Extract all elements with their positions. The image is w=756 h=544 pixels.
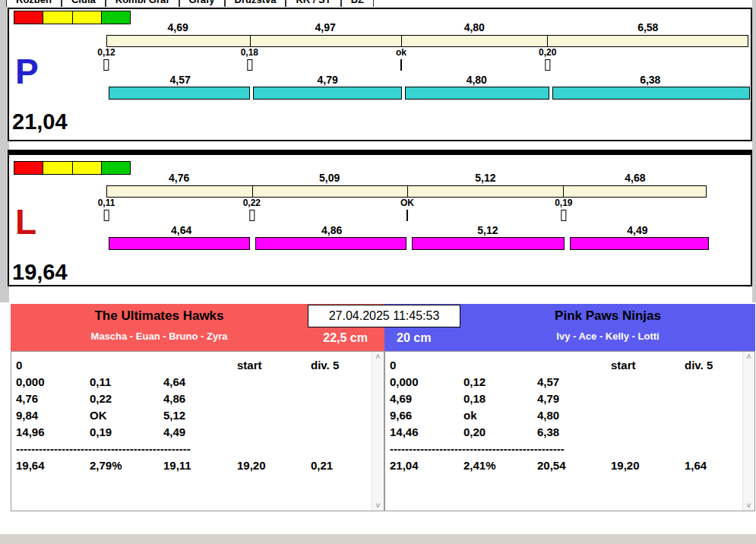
tab-kombi-graf[interactable]: Kombi Graf [106,0,179,7]
crossing-marker: 0,11 [98,198,115,221]
split-value: 5,12 [410,225,566,236]
split-value: 4,86 [254,225,410,236]
light-yellow-icon [43,162,72,174]
gross-split-bar [106,35,748,47]
vertical-scrollbar[interactable]: ˄ ˅ [742,352,754,511]
vertical-scrollbar[interactable]: ˄ ˅ [372,352,384,511]
team-left-name: The Ultimates Hawks [11,308,308,324]
table-cell: 4,64 [163,374,185,391]
bar-tick [547,36,548,46]
light-yellow2-icon [73,11,102,24]
table-cell: 4,49 [163,424,185,441]
light-red-icon [14,162,43,174]
total-time-cell: 21,04 [390,457,463,474]
net-split-labels: 4,57 4,79 4,80 6,38 [109,74,751,86]
tab-label: Druzstva [235,0,277,5]
crossing-markers: 0,12 0,18 ok 0,20 [106,48,748,75]
total-net-cell: 19,11 [163,457,237,474]
scroll-down-icon[interactable]: ˅ [375,501,380,510]
gross-split-labels: 4,76 5,09 5,12 4,68 [106,172,707,184]
table-cell: 0 [16,357,90,374]
split-value: 4,80 [401,22,548,33]
crossing-marker: OK [400,198,414,221]
total-ref-cell: 19,20 [611,457,685,474]
table-cell: 5,12 [163,407,185,424]
table-cell: 0,18 [463,391,537,407]
split-value: 4,76 [106,172,251,184]
lane-p-total-time: 21,04 [12,109,68,134]
tab-grafy[interactable]: Grafy [179,0,225,7]
net-segment [412,237,564,250]
split-value: 4,68 [564,172,707,184]
table-cell: 0,20 [463,424,537,441]
split-value: 5,12 [407,172,564,184]
team-right-jump-height: 20 cm [397,331,431,345]
team-left-jump-height: 22,5 cm [323,331,368,345]
crossing-box-icon [545,59,550,71]
crossing-line-icon [400,59,402,71]
split-value: 4,69 [106,22,249,33]
table-row: 0,000 0,11 4,64 [16,374,367,391]
scroll-up-icon[interactable]: ˄ [375,353,380,361]
tab-dz[interactable]: DZ [341,0,374,7]
crossing-line-icon [406,210,408,221]
crossing-value: 0,11 [98,198,115,208]
window-right-border [752,0,756,302]
split-value: 4,57 [109,74,251,86]
table-cell: 4,80 [537,407,559,424]
table-row: 0,000 0,12 4,57 [390,374,738,391]
tab-rozbeh[interactable]: Rozbeh [6,0,62,7]
total-time-cell: 19,64 [16,457,90,474]
tab-cidla[interactable]: Cidla [62,0,106,7]
tab-label: Kombi Graf [115,0,169,5]
table-row: 9,66 ok 4,80 [390,407,738,424]
net-segment [253,87,403,100]
crossing-box-icon [561,210,566,221]
lane-panel-l: 4,76 5,09 5,12 4,68 0,11 0,22 OK [8,153,752,286]
table-cell: 0,12 [463,374,537,391]
bar-tick [252,186,253,197]
split-value: 4,64 [109,225,254,236]
crossing-value: 0,12 [97,48,115,58]
scroll-down-icon[interactable]: ˅ [746,501,751,510]
crossing-value: 0,19 [555,198,572,208]
scroll-up-icon[interactable]: ˄ [746,353,751,361]
crossing-marker: 0,20 [539,48,556,71]
crossing-marker: 0,19 [555,198,572,221]
split-value: 4,80 [403,74,550,86]
table-cell [163,357,237,374]
table-cell: 4,86 [163,391,185,407]
table-cell: 9,66 [390,407,463,424]
table-cell: 0,000 [390,374,463,391]
crossing-box-icon [247,59,252,71]
crossing-value: 0,18 [241,48,258,58]
timing-app-window: Rozbeh Cidla Kombi Graf Grafy Druzstva K… [0,0,756,544]
table-cell: div. 5 [311,357,339,374]
tab-kr-st[interactable]: KR / ST [286,0,340,7]
lane-letter-p: P [15,55,39,88]
crossing-markers: 0,11 0,22 OK 0,19 [106,198,707,226]
crossing-marker: 0,12 [97,48,115,71]
net-segment [255,237,406,250]
total-ref-cell: 19,20 [237,457,311,474]
table-cell: 0,000 [16,374,90,391]
table-cell: ok [463,407,537,424]
crossing-box-icon [103,59,109,71]
lane-panel-p: 4,69 4,97 4,80 6,58 0,12 0,18 ok [8,8,752,141]
bar-tick [401,36,402,46]
tab-druzstva[interactable]: Druzstva [225,0,286,7]
table-cell [463,357,537,374]
table-row: 9,84 OK 5,12 [16,407,367,424]
total-pct-cell: 2,41% [463,457,537,474]
table-cell: 0,22 [90,391,163,407]
table-row: 4,76 0,22 4,86 [16,391,367,407]
bar-tick [407,186,408,197]
window-bottom-border [0,534,756,544]
light-yellow2-icon [73,162,102,174]
total-pct-cell: 2,79% [90,457,163,474]
team-right-name: Pink Paws Ninjas [460,308,755,324]
table-cell: 14,96 [16,424,90,441]
table-cell: 14,46 [390,424,463,441]
split-value: 6,58 [548,22,748,33]
gross-split-labels: 4,69 4,97 4,80 6,58 [106,22,748,33]
